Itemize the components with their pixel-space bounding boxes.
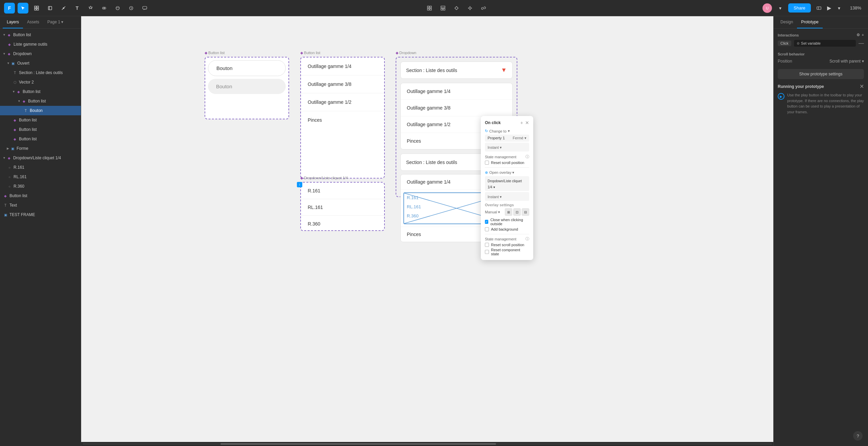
figma-logo[interactable]: F xyxy=(4,3,15,14)
move-tool[interactable] xyxy=(18,3,28,14)
liste-item-r161: R.161 xyxy=(301,183,384,199)
interaction-remove[interactable]: — xyxy=(859,40,864,46)
layer-vector2[interactable]: ⬡ Vector 2 xyxy=(0,77,81,87)
state-mgmt-info[interactable]: ⓘ xyxy=(525,154,529,159)
main-layout: Layers Assets Page 1 ▾ ▼ ◆ Button list ◆… xyxy=(0,16,868,446)
layer-button-list-5[interactable]: ◆ Button list xyxy=(0,125,81,134)
svg-rect-3 xyxy=(37,8,39,10)
scroll-position-label: Position xyxy=(778,59,792,64)
overlay-settings-title: Overlay settings xyxy=(485,203,529,207)
reset-scroll-label: Reset scroll position xyxy=(491,161,524,165)
layer-bouton[interactable]: T Bouton xyxy=(0,106,81,115)
layer-r360[interactable]: ○ R.360 xyxy=(0,182,81,191)
right-content: Interactions ⚙ + Click ⚙ Set variable — xyxy=(774,29,868,446)
mask-tool[interactable] xyxy=(112,3,123,14)
svg-point-8 xyxy=(104,7,106,9)
svg-rect-13 xyxy=(430,6,431,8)
layer-button-list-4[interactable]: ◆ Button list xyxy=(0,115,81,125)
layer-button-list-7[interactable]: ◆ Button list xyxy=(0,191,81,201)
running-body: ▶ Use the play button in the toolbar to … xyxy=(778,92,864,115)
open-overlay-label: Open overlay ▾ xyxy=(489,170,514,175)
right-sidebar: Design Prototype Interactions ⚙ + Click … xyxy=(773,16,868,446)
running-close[interactable]: ✕ xyxy=(860,83,864,90)
interactions-settings[interactable]: ⚙ xyxy=(857,33,860,37)
scroll-position-value[interactable]: Scroll with parent ▾ xyxy=(829,59,864,64)
overlay-pos-2[interactable]: ⊡ xyxy=(513,208,521,216)
layer-button-list-3[interactable]: ▼ ◆ Button list xyxy=(0,96,81,106)
dropdown-header-1[interactable]: Section : Liste des outils ▼ xyxy=(400,62,513,79)
btn-bouton-1[interactable]: Bouton xyxy=(208,60,286,76)
svg-rect-15 xyxy=(430,8,431,10)
overlay-pos-1[interactable]: ⊞ xyxy=(505,208,512,216)
layer-liste-gamme[interactable]: ◆ Liste gamme outils xyxy=(0,40,81,49)
constraint-tool[interactable] xyxy=(465,3,475,14)
layer-r161[interactable]: ○ R.161 xyxy=(0,163,81,172)
layer-rl161[interactable]: ○ RL.161 xyxy=(0,172,81,182)
close-outside-checkbox[interactable]: ✓ xyxy=(485,220,488,224)
btn-bouton-2[interactable]: Bouton xyxy=(208,79,286,94)
layer-ouvert[interactable]: ▼ ▣ Ouvert xyxy=(0,58,81,68)
interactions-section: Interactions ⚙ + Click ⚙ Set variable — xyxy=(778,33,864,47)
comment-tool[interactable] xyxy=(139,3,150,14)
layer-button-list-2[interactable]: ▼ ◆ Button list xyxy=(0,87,81,96)
reset-scroll-2-checkbox[interactable] xyxy=(485,243,489,247)
reset-scroll-checkbox[interactable] xyxy=(485,161,489,165)
layer-button-list-6[interactable]: ◆ Button list xyxy=(0,134,81,144)
svg-point-9 xyxy=(116,6,119,10)
layer-dropdown[interactable]: ▼ ◆ Dropdown xyxy=(0,49,81,58)
popup-close[interactable]: ✕ xyxy=(525,120,529,125)
shape-tool[interactable] xyxy=(45,3,55,14)
history-tool[interactable] xyxy=(126,3,137,14)
layer-text[interactable]: T Text xyxy=(0,201,81,210)
bottom-scrollbar[interactable] xyxy=(81,442,773,446)
pen-tool[interactable] xyxy=(58,3,69,14)
present-button[interactable]: ▶ xyxy=(827,5,831,11)
layer-dropdown-liste[interactable]: ▼ ◆ Dropdown/Liste cliquet 1/4 xyxy=(0,153,81,163)
tab-design[interactable]: Design xyxy=(776,16,797,28)
layout-tool[interactable] xyxy=(438,3,448,14)
layer-test-frame[interactable]: ▣ TEST FRAME xyxy=(0,210,81,219)
boolean-tool[interactable] xyxy=(99,3,110,14)
interactions-add[interactable]: + xyxy=(862,33,864,37)
text-tool[interactable]: T xyxy=(72,3,83,14)
view-options[interactable] xyxy=(814,3,824,14)
reset-component-label: Reset component state xyxy=(491,248,529,256)
share-button[interactable]: Share xyxy=(788,3,811,13)
interaction-event[interactable]: Click xyxy=(778,41,791,46)
frame-button-list-2: ◆ Button list Outillage gamme 1/4 Outill… xyxy=(300,57,385,179)
popup-title: On click xyxy=(485,120,501,125)
grid-tool[interactable] xyxy=(424,3,435,14)
interaction-action[interactable]: Set variable xyxy=(801,41,821,45)
running-header: Running your prototype ✕ xyxy=(778,83,864,90)
component-tool[interactable] xyxy=(85,3,96,14)
layer-button-list-1[interactable]: ▼ ◆ Button list xyxy=(0,30,81,40)
scrollbar-thumb[interactable] xyxy=(220,443,496,445)
close-outside-label: Close when clicking outside xyxy=(490,218,529,226)
reset-scroll-2-label: Reset scroll position xyxy=(491,243,524,247)
tab-layers[interactable]: Layers xyxy=(3,16,23,28)
popup-add[interactable]: + xyxy=(520,120,523,125)
present-options[interactable]: ▾ xyxy=(834,3,845,14)
svg-rect-0 xyxy=(34,6,36,8)
help-button[interactable]: ? xyxy=(853,431,863,441)
frame-tool[interactable] xyxy=(31,3,42,14)
tab-assets[interactable]: Assets xyxy=(23,16,43,28)
zoom-level[interactable]: 138% xyxy=(847,4,864,12)
tab-page[interactable]: Page 1 ▾ xyxy=(43,16,67,28)
svg-rect-17 xyxy=(441,8,443,10)
prototype-settings-button[interactable]: Show prototype settings xyxy=(778,69,864,79)
layer-section-liste[interactable]: T Section : Liste des outils xyxy=(0,68,81,77)
canvas[interactable]: ◆ Button list Bouton Bouton ◆ Button lis… xyxy=(81,16,773,446)
component-set-tool[interactable] xyxy=(451,3,462,14)
tab-prototype[interactable]: Prototype xyxy=(797,16,822,28)
link-tool[interactable] xyxy=(478,3,489,14)
reset-component-checkbox[interactable] xyxy=(485,250,489,254)
manual-label: Manual ▾ xyxy=(485,210,500,214)
dropdown-arrow[interactable]: ▾ xyxy=(775,3,785,14)
property-value: Fermé ▾ xyxy=(513,136,526,140)
add-bg-checkbox[interactable] xyxy=(485,227,489,231)
layer-forme[interactable]: ▶ ▣ Forme xyxy=(0,144,81,153)
state-mgmt-2-info[interactable]: ⓘ xyxy=(525,236,529,241)
toolbar-right: U ▾ Share ▶ ▾ 138% xyxy=(763,3,864,14)
overlay-pos-3[interactable]: ⊟ xyxy=(522,208,529,216)
